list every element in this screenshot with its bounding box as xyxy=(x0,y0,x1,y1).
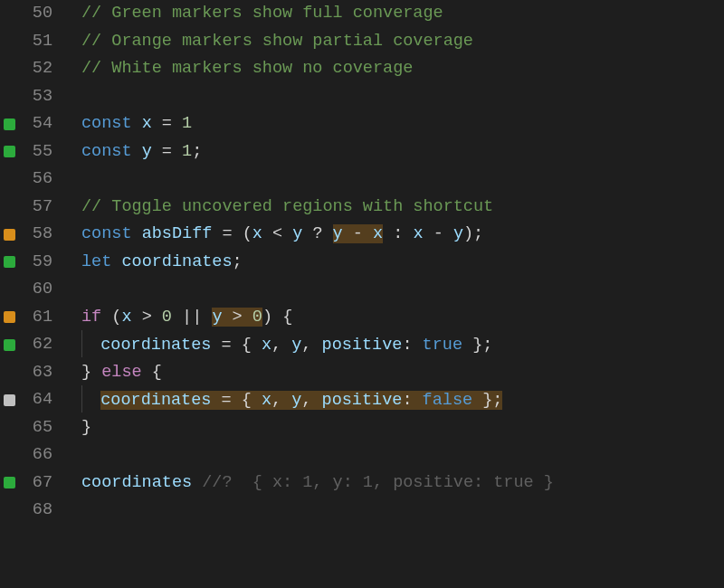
coverage-gutter[interactable] xyxy=(0,146,18,157)
code-line[interactable]: 55const y = 1; xyxy=(0,138,724,166)
token-pun: , xyxy=(272,391,291,410)
token-pun: } xyxy=(81,418,91,437)
token-kwc: else xyxy=(101,363,141,382)
line-number: 59 xyxy=(18,249,58,276)
token-pun: , xyxy=(272,336,291,355)
token-kwc: if xyxy=(81,308,101,327)
line-number: 57 xyxy=(18,194,58,221)
coverage-marker-green[interactable] xyxy=(4,119,15,130)
token-pun xyxy=(111,252,121,271)
token-prop: positive xyxy=(322,336,403,355)
line-number: 58 xyxy=(18,221,58,248)
code-content[interactable]: // White markers show no coverage xyxy=(58,55,413,82)
code-content[interactable]: } else { xyxy=(58,359,162,386)
coverage-gutter[interactable] xyxy=(0,229,18,241)
line-number: 60 xyxy=(18,276,58,303)
token-cmt: // Orange markers show partial coverage xyxy=(81,32,473,51)
code-content[interactable]: let coordinates; xyxy=(58,249,243,276)
token-pun: ? xyxy=(302,224,332,243)
token-var: x xyxy=(373,224,383,243)
code-content[interactable]: } xyxy=(58,414,91,441)
token-var: y xyxy=(453,224,463,243)
coverage-gutter[interactable] xyxy=(0,477,18,488)
code-line[interactable]: 54const x = 1 xyxy=(0,110,724,138)
code-line[interactable]: 52// White markers show no coverage xyxy=(0,55,724,83)
indent-guide xyxy=(81,385,91,413)
token-prop: x xyxy=(262,391,272,410)
token-pun: = xyxy=(152,142,182,161)
token-pun: = { xyxy=(211,336,262,355)
code-content[interactable]: const y = 1; xyxy=(58,138,202,166)
line-number: 66 xyxy=(18,441,58,469)
coverage-marker-green[interactable] xyxy=(4,477,15,488)
token-pun: ( xyxy=(101,308,121,327)
token-num: 0 xyxy=(252,308,262,327)
line-number: 65 xyxy=(18,414,58,441)
coverage-marker-white[interactable] xyxy=(4,394,15,406)
code-line[interactable]: 64coordinates = { x, y, positive: false … xyxy=(0,386,724,414)
coverage-marker-orange[interactable] xyxy=(4,229,15,241)
code-content[interactable]: const absDiff = (x < y ? y - x : x - y); xyxy=(58,221,483,248)
code-line[interactable]: 61if (x > 0 || y > 0) { xyxy=(0,304,724,332)
code-line[interactable]: 56 xyxy=(0,166,724,194)
code-line[interactable]: 60 xyxy=(0,276,724,304)
code-line[interactable]: 51// Orange markers show partial coverag… xyxy=(0,28,724,56)
token-pun: - xyxy=(424,224,453,243)
token-pun: { xyxy=(142,363,162,382)
code-content[interactable]: coordinates //? { x: 1, y: 1, positive: … xyxy=(58,469,554,497)
coverage-gutter[interactable] xyxy=(0,339,18,351)
code-content[interactable]: if (x > 0 || y > 0) { xyxy=(58,304,292,331)
code-content[interactable]: // Toggle uncovered regions with shortcu… xyxy=(58,194,493,221)
token-var: coordinates xyxy=(121,252,232,271)
coverage-marker-orange[interactable] xyxy=(4,311,15,323)
line-number: 61 xyxy=(18,304,58,331)
code-content[interactable]: coordinates = { x, y, positive: false }; xyxy=(58,386,502,414)
coverage-gutter[interactable] xyxy=(0,256,18,268)
token-cmt: // Green markers show full converage xyxy=(81,4,443,23)
code-line[interactable]: 65} xyxy=(0,414,724,442)
line-number: 63 xyxy=(18,359,58,386)
code-line[interactable]: 62coordinates = { x, y, positive: true }… xyxy=(0,331,724,359)
token-var: absDiff xyxy=(142,224,213,243)
token-pun: > xyxy=(223,308,252,327)
coverage-gutter[interactable] xyxy=(0,119,18,130)
code-content[interactable]: // Orange markers show partial coverage xyxy=(58,28,473,55)
code-editor[interactable]: 50// Green markers show full converage51… xyxy=(0,0,724,525)
token-cmt: // Toggle uncovered regions with shortcu… xyxy=(81,197,493,216)
code-line[interactable]: 50// Green markers show full converage xyxy=(0,0,724,28)
token-var: x xyxy=(413,224,423,243)
token-var: x xyxy=(121,308,131,327)
token-pun: ) { xyxy=(262,308,292,327)
code-line[interactable]: 67coordinates //? { x: 1, y: 1, positive… xyxy=(0,469,724,498)
coverage-marker-green[interactable] xyxy=(4,339,15,351)
line-number: 53 xyxy=(18,83,58,110)
coverage-gutter[interactable] xyxy=(0,311,18,323)
code-line[interactable]: 59let coordinates; xyxy=(0,249,724,277)
code-line[interactable]: 53 xyxy=(0,83,724,111)
token-pun: > xyxy=(132,308,162,327)
token-pun: || xyxy=(172,308,212,327)
code-line[interactable]: 58const absDiff = (x < y ? y - x : x - y… xyxy=(0,221,724,249)
token-hint: //? { x: 1, y: 1, positive: true } xyxy=(202,473,554,492)
line-number: 55 xyxy=(18,138,58,166)
token-kw: true xyxy=(423,336,462,355)
coverage-marker-green[interactable] xyxy=(4,256,15,268)
token-pun: : xyxy=(402,336,422,355)
token-var: y xyxy=(212,308,222,327)
code-line[interactable]: 63} else { xyxy=(0,359,724,387)
token-pun: ; xyxy=(192,142,202,161)
token-pun: - xyxy=(343,224,373,243)
code-content[interactable]: const x = 1 xyxy=(58,110,192,138)
coverage-marker-green[interactable] xyxy=(4,146,15,157)
code-line[interactable]: 66 xyxy=(0,441,724,469)
code-line[interactable]: 57// Toggle uncovered regions with short… xyxy=(0,194,724,222)
token-pun xyxy=(132,224,142,243)
line-number: 52 xyxy=(18,55,58,82)
code-content[interactable]: // Green markers show full converage xyxy=(58,0,443,27)
token-prop: y xyxy=(291,336,301,355)
code-line[interactable]: 68 xyxy=(0,497,724,525)
token-pun: } xyxy=(81,363,101,382)
token-pun: , xyxy=(301,391,321,410)
code-content[interactable]: coordinates = { x, y, positive: true }; xyxy=(58,331,492,359)
coverage-gutter[interactable] xyxy=(0,394,18,406)
